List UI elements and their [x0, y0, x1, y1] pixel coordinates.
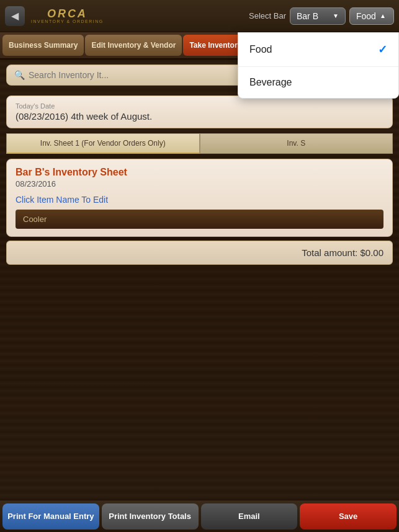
food-chevron-icon: ▲ [380, 12, 386, 19]
save-button[interactable]: Save [300, 503, 397, 530]
bar-chevron-icon: ▼ [333, 12, 339, 19]
logo-text: ORCA [47, 8, 87, 19]
sheet-tab-1[interactable]: Inv. Sheet 1 (For Vendor Orders Only) [6, 133, 200, 154]
select-bar-label: Select Bar [249, 11, 286, 20]
sheet-tab-2[interactable]: Inv. S [200, 133, 393, 154]
tab-edit-inventory[interactable]: Edit Inventory & Vendor [85, 35, 182, 56]
back-button[interactable]: ◀ [5, 6, 25, 26]
back-icon: ◀ [11, 10, 19, 22]
main-content: 🔍 Today's Date (08/23/2016) 4th week of … [0, 60, 399, 500]
food-label: Food [356, 11, 376, 21]
bar-value: Bar B [297, 11, 318, 21]
logo-area: ORCA INVENTORY & ORDERING [31, 8, 104, 24]
dropdown-food-label: Food [249, 44, 272, 55]
tab-business-summary[interactable]: Business Summary [2, 35, 84, 56]
dropdown-beverage-label: Beverage [249, 77, 292, 88]
bar-select-button[interactable]: Bar B ▼ [290, 7, 346, 25]
print-totals-button[interactable]: Print Inventory Totals [102, 503, 199, 530]
search-icon: 🔍 [14, 70, 25, 80]
date-value: (08/23/2016) 4th week of August. [16, 111, 383, 122]
cooler-bar: Cooler [16, 210, 383, 229]
food-checkmark-icon: ✓ [378, 43, 387, 56]
date-card: Today's Date (08/23/2016) 4th week of Au… [6, 95, 393, 128]
click-edit-link[interactable]: Click Item Name To Edit [16, 195, 383, 205]
print-manual-button[interactable]: Print For Manual Entry [2, 503, 99, 530]
dropdown-item-food[interactable]: Food ✓ [238, 33, 398, 67]
logo-subtitle: INVENTORY & ORDERING [31, 19, 104, 24]
total-amount: Total amount: $0.00 [302, 247, 383, 258]
email-button[interactable]: Email [201, 503, 298, 530]
date-label: Today's Date [16, 102, 383, 110]
dropdown-item-beverage[interactable]: Beverage [238, 67, 398, 98]
bottom-bar: Print For Manual Entry Print Inventory T… [0, 500, 399, 532]
sheet-tabs: Inv. Sheet 1 (For Vendor Orders Only) In… [6, 133, 393, 154]
app-header: ◀ ORCA INVENTORY & ORDERING Select Bar B… [0, 0, 399, 32]
total-row: Total amount: $0.00 [6, 241, 393, 265]
inventory-title: Bar B's Inventory Sheet [16, 167, 383, 178]
food-dropdown: Food ✓ Beverage [238, 32, 399, 99]
inventory-date: 08/23/2016 [16, 179, 383, 188]
inventory-card: Bar B's Inventory Sheet 08/23/2016 Click… [6, 159, 393, 237]
food-select-button[interactable]: Food ▲ [349, 7, 394, 25]
select-bar-area: Select Bar Bar B ▼ Food ▲ [249, 7, 394, 25]
